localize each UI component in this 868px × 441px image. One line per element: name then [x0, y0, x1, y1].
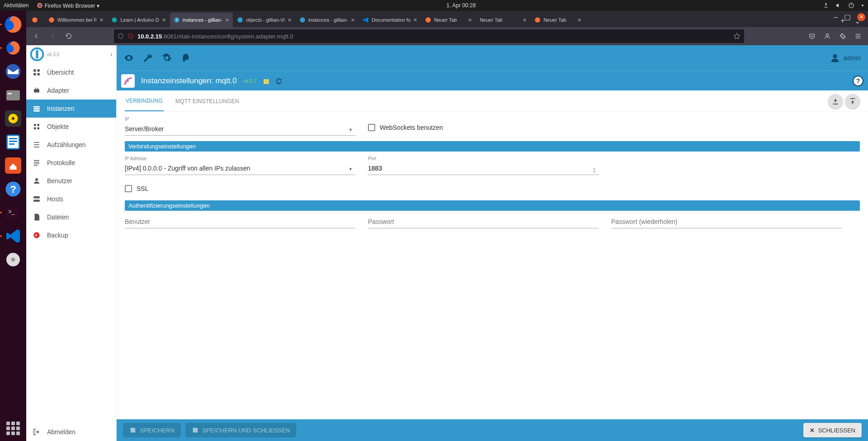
- user-label[interactable]: admin: [844, 54, 861, 62]
- dock-files[interactable]: [2, 84, 24, 106]
- system-tray[interactable]: ▼: [823, 2, 864, 9]
- browser-tab[interactable]: Neuer Tab✕: [421, 13, 476, 27]
- back-button[interactable]: [29, 29, 43, 43]
- save-button[interactable]: SPEICHERN: [123, 423, 181, 437]
- user-input[interactable]: [125, 215, 355, 228]
- pinned-tab[interactable]: [28, 13, 44, 27]
- svg-rect-6: [6, 90, 20, 101]
- close-button[interactable]: ✕ SCHLIESSEN: [803, 423, 862, 437]
- close-icon[interactable]: ✕: [351, 17, 355, 23]
- clock[interactable]: 1. Apr 00:28: [99, 2, 823, 9]
- maximize-button[interactable]: ▢: [844, 13, 851, 21]
- help-button[interactable]: ?: [853, 76, 863, 86]
- dock-firefox-2[interactable]: [2, 37, 24, 59]
- tab-verbindung[interactable]: VERBINDUNG: [125, 91, 164, 111]
- hamburger-button[interactable]: [851, 29, 865, 43]
- export-button[interactable]: [828, 94, 843, 109]
- ipaddr-select[interactable]: [IPv4] 0.0.0.0 - Zugriff von allen IPs z…: [125, 162, 355, 175]
- svg-point-52: [833, 54, 837, 58]
- password-input[interactable]: [368, 215, 599, 228]
- url-input[interactable]: 10.0.2.15:8081/#tab-instances/config/sys…: [114, 29, 744, 43]
- close-icon[interactable]: ✕: [577, 17, 581, 23]
- nav-aufzaehlungen[interactable]: Aufzählungen: [26, 136, 116, 154]
- head-icon[interactable]: [181, 53, 191, 63]
- nav-dateien[interactable]: Dateien: [26, 208, 116, 226]
- svg-rect-33: [36, 50, 38, 59]
- bookmark-icon[interactable]: [733, 33, 741, 40]
- app-menu[interactable]: Firefox Web Browser ▾: [37, 2, 99, 9]
- power-icon: [848, 2, 854, 9]
- activities-button[interactable]: Aktivitäten: [4, 2, 28, 9]
- svg-text:>_: >_: [9, 209, 15, 215]
- visibility-icon[interactable]: [124, 53, 134, 63]
- ipaddr-label: IP Adresse: [125, 156, 355, 161]
- close-icon[interactable]: ✕: [468, 17, 472, 23]
- nav-benutzer[interactable]: Benutzer: [26, 172, 116, 190]
- nav-uebersicht[interactable]: Übersicht: [26, 63, 116, 81]
- browser-tab[interactable]: Willkommen bei F✕: [45, 13, 107, 27]
- browser-tab[interactable]: instances - gillian-✕: [296, 13, 359, 27]
- close-icon[interactable]: ✕: [413, 17, 417, 23]
- password-repeat-input[interactable]: [611, 215, 842, 228]
- nav-objekte[interactable]: Objekte: [26, 118, 116, 136]
- gear-icon[interactable]: [162, 53, 172, 63]
- ssl-checkbox[interactable]: [125, 185, 132, 192]
- dock-help[interactable]: ?: [2, 178, 24, 200]
- close-icon[interactable]: ✕: [99, 17, 104, 23]
- dock-disk[interactable]: [2, 249, 24, 270]
- dock-thunderbird[interactable]: [2, 61, 24, 82]
- svg-rect-36: [33, 73, 36, 76]
- dock-firefox[interactable]: [2, 14, 24, 35]
- dock-rhythmbox[interactable]: [2, 108, 24, 129]
- extensions-button[interactable]: [835, 29, 850, 43]
- section-connection: Verbindungseinstellungen: [125, 141, 860, 152]
- port-input[interactable]: [368, 162, 599, 175]
- firefox-window: Willkommen bei F✕ Learn | Arduino D✕ iin…: [26, 11, 868, 441]
- svg-point-30: [535, 17, 540, 23]
- svg-point-21: [11, 258, 15, 262]
- browser-tab[interactable]: Learn | Arduino D✕: [108, 13, 169, 27]
- dock-software[interactable]: [2, 155, 24, 176]
- wrench-icon[interactable]: [143, 53, 153, 63]
- nav-hosts[interactable]: Hosts: [26, 190, 116, 208]
- websockets-checkbox[interactable]: [368, 124, 375, 131]
- dock-writer[interactable]: [2, 131, 24, 153]
- dock-terminal[interactable]: >_: [2, 202, 24, 223]
- browser-tab[interactable]: objects - gillian-Vi✕: [233, 13, 295, 27]
- minimize-button[interactable]: –: [834, 13, 838, 21]
- import-button[interactable]: [845, 94, 860, 109]
- nav-instanzen[interactable]: Instanzen: [26, 100, 116, 118]
- nav-backup[interactable]: Backup: [26, 226, 116, 244]
- pause-icon[interactable]: ▮▮: [263, 77, 269, 85]
- close-icon[interactable]: ✕: [162, 17, 166, 23]
- refresh-icon[interactable]: [275, 77, 283, 85]
- close-icon[interactable]: ✕: [523, 17, 527, 23]
- browser-tab[interactable]: Neuer Tab✕: [531, 13, 585, 27]
- collapse-sidebar-button[interactable]: ‹: [110, 51, 113, 58]
- svg-rect-40: [38, 88, 38, 89]
- number-spinner[interactable]: ▲▼: [593, 167, 596, 173]
- browser-tab[interactable]: Neuer Tab✕: [476, 13, 530, 27]
- nav-adapter[interactable]: Adapter: [26, 81, 116, 100]
- instance-version: v4.0.7: [243, 78, 257, 84]
- dock-vscode[interactable]: [2, 225, 24, 247]
- browser-tab-active[interactable]: iinstances - gillian-✕: [170, 13, 233, 27]
- ip-label: IP: [125, 117, 355, 122]
- close-icon[interactable]: ✕: [225, 17, 229, 23]
- forward-button[interactable]: [45, 29, 60, 43]
- window-close-button[interactable]: ✕: [857, 13, 865, 21]
- account-button[interactable]: [820, 29, 835, 43]
- nav-protokolle[interactable]: Protokolle: [26, 154, 116, 172]
- tab-mqtt-einstellungen[interactable]: MQTT EINSTELLUNGEN: [175, 92, 240, 111]
- pocket-button[interactable]: [805, 29, 819, 43]
- browser-tab[interactable]: Documentation fo✕: [359, 13, 421, 27]
- close-icon[interactable]: ✕: [288, 17, 292, 23]
- iobroker-logo-icon: [30, 47, 44, 62]
- save-close-button[interactable]: SPEICHERN UND SCHLIESSEN: [185, 423, 297, 437]
- iobroker-topbar: admin: [117, 45, 868, 71]
- dock-apps-grid[interactable]: [5, 420, 21, 436]
- reload-button[interactable]: [61, 29, 76, 43]
- nav-abmelden[interactable]: Abmelden: [26, 423, 116, 441]
- ip-select[interactable]: Server/Broker: [125, 123, 355, 136]
- svg-rect-12: [9, 138, 17, 139]
